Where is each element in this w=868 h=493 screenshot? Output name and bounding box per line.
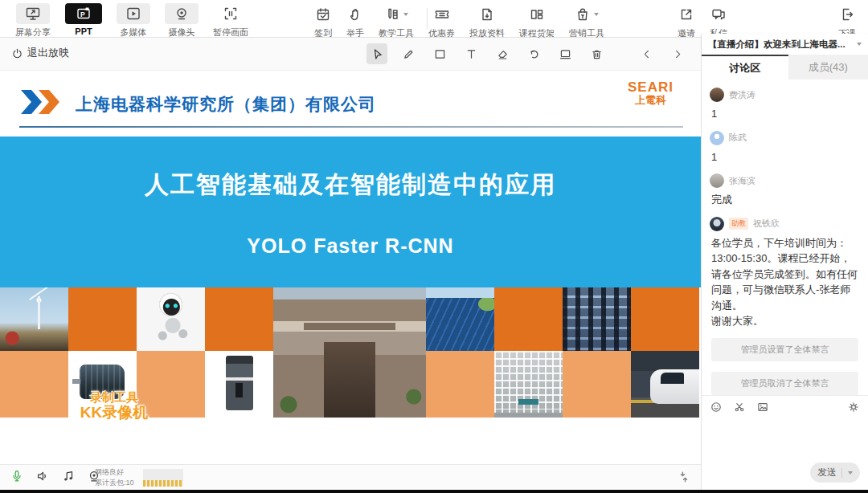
pen-tool-button[interactable] bbox=[398, 43, 419, 64]
previous-slide-button[interactable] bbox=[636, 43, 657, 64]
chat-message: 费洪涛 1 bbox=[710, 88, 860, 122]
pause-frame-label: 暂停画面 bbox=[213, 26, 248, 39]
send-label: 发送 bbox=[817, 466, 837, 479]
select-tool-button[interactable] bbox=[366, 43, 387, 64]
collapse-panel-button[interactable] bbox=[677, 470, 691, 484]
emoji-button[interactable] bbox=[710, 401, 723, 414]
exit-slideshow-label: 退出放映 bbox=[27, 46, 69, 60]
chevron-down-icon bbox=[594, 13, 599, 16]
shape-tool-button[interactable] bbox=[429, 43, 450, 64]
speaker-icon bbox=[35, 469, 50, 483]
camera-button[interactable]: 摄像头 bbox=[158, 0, 206, 39]
seari-logo-chinese: 上電科 bbox=[628, 95, 674, 106]
live-intro-banner[interactable]: 【直播介绍】欢迎来到上海电器... bbox=[702, 34, 868, 55]
clear-annotations-button[interactable] bbox=[586, 43, 607, 64]
sender-name: 费洪涛 bbox=[729, 89, 755, 101]
invite-button[interactable]: 邀请 bbox=[670, 0, 702, 39]
message-text: 完成 bbox=[711, 192, 860, 208]
tile-orange bbox=[631, 287, 699, 351]
window-edge bbox=[0, 490, 868, 493]
speaker-button[interactable] bbox=[35, 469, 50, 483]
photo-circuit-breaker bbox=[205, 351, 273, 418]
pencil-icon bbox=[402, 47, 416, 61]
seari-logo-text: SEARI bbox=[628, 80, 674, 95]
music-button[interactable] bbox=[61, 469, 76, 483]
slide-canvas: 上海电器科学研究所（集团）有限公司 SEARI 上電科 人工智能基础及在智能制造… bbox=[0, 71, 701, 464]
microphone-button[interactable] bbox=[10, 469, 24, 483]
ppt-button[interactable]: P PPT bbox=[58, 0, 109, 36]
network-graph bbox=[143, 469, 183, 487]
next-slide-button[interactable] bbox=[667, 43, 688, 64]
network-quality-text: 网络良好 bbox=[95, 467, 134, 478]
screen-share-button[interactable]: 屏幕分享 bbox=[8, 0, 58, 39]
course-shelf-icon bbox=[529, 4, 545, 25]
photo-electric-car bbox=[631, 351, 699, 418]
tile-orange bbox=[205, 287, 273, 351]
tab-members[interactable]: 成员(43) bbox=[788, 55, 868, 79]
send-options-caret[interactable] bbox=[848, 471, 853, 475]
svg-text:P: P bbox=[80, 10, 85, 18]
image-icon bbox=[756, 401, 769, 414]
recorder-watermark: 录制工具 KK录像机 bbox=[50, 390, 178, 422]
chat-settings-button[interactable] bbox=[847, 401, 860, 414]
multimedia-button[interactable]: 多媒体 bbox=[109, 0, 158, 39]
pause-frame-button[interactable]: 暂停画面 bbox=[206, 0, 256, 39]
text-tool-button[interactable] bbox=[461, 43, 481, 64]
undo-button[interactable] bbox=[523, 43, 544, 64]
tab-discussion[interactable]: 讨论区 bbox=[702, 55, 788, 79]
chevron-down-icon bbox=[857, 43, 862, 46]
send-row: 发送 bbox=[810, 462, 860, 483]
sender-name: 张海滨 bbox=[729, 175, 755, 187]
brand-chevrons-icon bbox=[21, 90, 66, 114]
chat-sidebar: 【直播介绍】欢迎来到上海电器... 讨论区 成员(43) 费洪涛 1 陈武 1 bbox=[701, 34, 868, 490]
sender-name: 祝铁欣 bbox=[753, 218, 780, 230]
end-class-icon bbox=[839, 4, 855, 25]
message-list[interactable]: 费洪涛 1 陈武 1 张海滨 完成 bbox=[702, 79, 868, 395]
eraser-icon bbox=[496, 47, 510, 61]
marketing-tools-button[interactable]: 营销工具 bbox=[562, 0, 612, 39]
slide-subtitle: YOLO Faster R-CNN bbox=[0, 234, 701, 258]
eraser-tool-button[interactable] bbox=[492, 43, 513, 64]
smiley-icon bbox=[710, 401, 723, 414]
exit-slideshow-button[interactable]: 退出放映 bbox=[11, 46, 69, 60]
camera-label: 摄像头 bbox=[169, 26, 195, 39]
ppt-icon: P bbox=[65, 3, 102, 24]
whiteboard-button[interactable] bbox=[555, 43, 575, 64]
watermark-line1: 录制工具 bbox=[50, 390, 178, 404]
slide-title: 人工智能基础及在智能制造中的应用 bbox=[0, 169, 701, 202]
send-button[interactable]: 发送 bbox=[810, 462, 860, 483]
source-button-group: 屏幕分享 P PPT 多媒体 摄像头 bbox=[8, 0, 256, 38]
tile-orange bbox=[494, 287, 563, 351]
trash-icon bbox=[590, 47, 604, 61]
app-window: 屏幕分享 P PPT 多媒体 摄像头 bbox=[0, 0, 868, 493]
header-divider bbox=[19, 126, 683, 128]
live-intro-text: 【直播介绍】欢迎来到上海电器... bbox=[708, 39, 845, 51]
music-note-icon bbox=[61, 469, 76, 483]
chat-message: 助教 祝铁欣 各位学员，下午培训时间为：13:00-15:30。课程已经开始，请… bbox=[710, 217, 860, 329]
system-message: 管理员取消了全体禁言 bbox=[711, 372, 858, 395]
cursor-icon bbox=[371, 47, 384, 61]
communication-button-group: 邀请 私信 bbox=[670, 0, 735, 38]
camera-icon bbox=[165, 3, 199, 24]
send-divider bbox=[841, 468, 842, 478]
chevron-left-icon bbox=[641, 48, 653, 60]
sign-in-button[interactable]: 签到 bbox=[307, 0, 339, 39]
board-icon bbox=[559, 47, 572, 61]
raise-hand-button[interactable]: 举手 bbox=[339, 0, 371, 39]
screenshot-button[interactable] bbox=[733, 401, 746, 414]
teaching-tools-button[interactable]: 教学工具 bbox=[371, 0, 421, 39]
chat-input-toolbar bbox=[702, 395, 868, 418]
avatar bbox=[710, 131, 724, 145]
annotation-toolbar bbox=[366, 43, 688, 64]
image-button[interactable] bbox=[756, 401, 769, 414]
chevron-right-icon bbox=[672, 48, 684, 60]
sender-name: 陈武 bbox=[729, 132, 747, 144]
chat-message: 张海滨 完成 bbox=[710, 173, 860, 208]
raise-hand-icon bbox=[347, 4, 363, 25]
invite-icon bbox=[678, 4, 694, 25]
materials-button[interactable]: 投放资料 bbox=[462, 0, 512, 39]
sidebar-tabs: 讨论区 成员(43) bbox=[702, 55, 868, 79]
chevron-down-icon bbox=[403, 13, 408, 16]
course-shelf-button[interactable]: 课程货架 bbox=[512, 0, 562, 39]
message-text: 1 bbox=[711, 149, 860, 165]
